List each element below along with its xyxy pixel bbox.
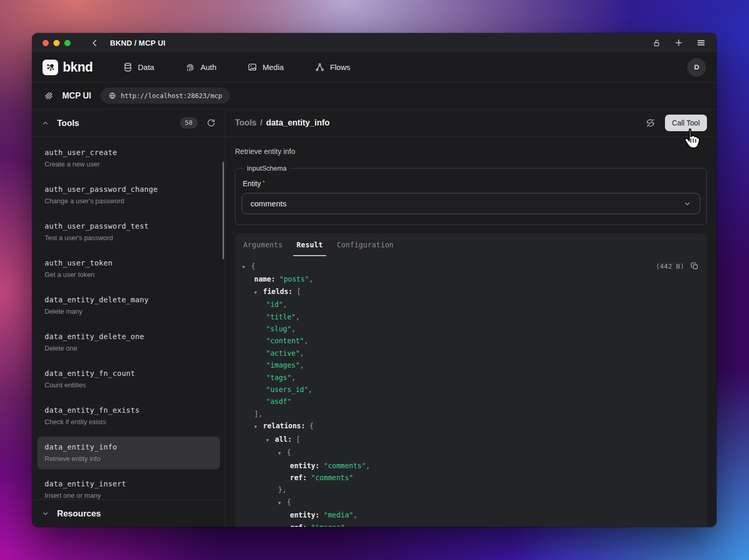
json-line: "tags", bbox=[235, 372, 707, 384]
call-tool-button[interactable]: Call Tool bbox=[665, 115, 707, 131]
menu-icon[interactable] bbox=[696, 38, 706, 48]
json-line: "title", bbox=[235, 311, 707, 323]
breadcrumb-section[interactable]: Tools bbox=[235, 118, 256, 128]
brand-logo[interactable]: bknd bbox=[43, 60, 93, 75]
entity-select[interactable]: comments bbox=[242, 193, 700, 214]
result-card: Arguments Result Configuration (442 B) bbox=[235, 233, 707, 527]
workflow-icon bbox=[315, 62, 325, 72]
json-line[interactable]: ▼{ bbox=[235, 496, 707, 509]
collapse-triangle-icon[interactable]: ▼ bbox=[278, 447, 287, 459]
collapse-triangle-icon[interactable]: ▼ bbox=[266, 435, 275, 446]
input-schema-legend: InputSchema bbox=[244, 164, 290, 172]
json-line: entity: "comments", bbox=[235, 460, 707, 472]
tool-list-item[interactable]: auth_user_password_change Change a user'… bbox=[37, 179, 220, 212]
tool-list-item[interactable]: data_entity_info Retrieve entity info bbox=[37, 437, 220, 469]
collapse-triangle-icon[interactable]: ▼ bbox=[254, 421, 263, 433]
json-result-viewer: (442 B) ▼{name: "posts",▼fields: ["id","… bbox=[235, 256, 707, 527]
result-meta: (442 B) bbox=[656, 262, 699, 270]
sidebar-scrollbar[interactable] bbox=[223, 162, 224, 259]
refresh-tools-button[interactable] bbox=[206, 118, 216, 128]
tool-name: auth_user_password_test bbox=[45, 222, 213, 230]
chevron-down-icon bbox=[41, 510, 49, 517]
tool-description: Delete one bbox=[45, 344, 213, 352]
tool-list-item[interactable]: data_entity_delete_one Delete one bbox=[37, 326, 220, 359]
json-line: ], bbox=[235, 408, 707, 420]
tool-description: Test a user's password bbox=[45, 234, 213, 242]
json-line[interactable]: ▼fields: [ bbox=[235, 286, 707, 299]
nav-item-label: Auth bbox=[200, 63, 216, 72]
close-window-button[interactable] bbox=[43, 40, 49, 46]
chevron-up-icon bbox=[41, 119, 49, 127]
nav-item-flows[interactable]: Flows bbox=[315, 62, 350, 72]
result-byte-count: (442 B) bbox=[656, 262, 684, 270]
image-icon bbox=[247, 62, 257, 72]
collapse-triangle-icon[interactable]: ▼ bbox=[254, 287, 263, 299]
collapse-triangle-icon[interactable]: ▼ bbox=[278, 497, 287, 509]
tools-count-badge: 50 bbox=[180, 117, 198, 129]
zoom-window-button[interactable] bbox=[64, 40, 71, 46]
tool-list-item[interactable]: auth_user_token Get a user token bbox=[37, 253, 220, 285]
tool-description: Check if entity exists bbox=[45, 418, 213, 426]
nav-item-auth[interactable]: Auth bbox=[185, 62, 216, 72]
tool-list-item[interactable]: data_entity_insert Insert one or many bbox=[37, 473, 220, 499]
tool-name: data_entity_insert bbox=[45, 480, 213, 488]
json-line[interactable]: ▼{ bbox=[235, 446, 707, 459]
tool-description: Create a new user bbox=[45, 160, 213, 168]
json-line: "images", bbox=[235, 359, 707, 371]
json-line: "active", bbox=[235, 347, 707, 359]
json-line[interactable]: ▼all: [ bbox=[235, 433, 707, 446]
tool-list-item[interactable]: data_entity_delete_many Delete many bbox=[37, 289, 220, 322]
auto-refresh-off-icon[interactable] bbox=[645, 118, 656, 128]
nav-item-label: Data bbox=[138, 63, 155, 72]
tool-description: Change a user's password bbox=[45, 197, 213, 205]
json-line[interactable]: ▼{ bbox=[235, 260, 707, 273]
nav-item-data[interactable]: Data bbox=[123, 62, 155, 72]
brand-name: bknd bbox=[63, 60, 93, 75]
window-title: BKND / MCP UI bbox=[110, 39, 165, 47]
user-avatar[interactable]: D bbox=[687, 58, 706, 77]
server-url: http://localhost:28623/mcp bbox=[121, 92, 223, 100]
tab[interactable]: Configuration bbox=[337, 233, 394, 256]
json-line: ref: "comments" bbox=[235, 472, 707, 484]
json-line: }, bbox=[235, 484, 707, 496]
server-url-pill[interactable]: http://localhost:28623/mcp bbox=[101, 88, 230, 104]
tool-detail-panel: Tools / data_entity_info Call Tool Retri… bbox=[226, 109, 716, 527]
chevron-left-icon bbox=[90, 38, 100, 48]
lock-open-icon[interactable] bbox=[652, 38, 661, 48]
tool-list-item[interactable]: auth_user_create Create a new user bbox=[37, 142, 220, 175]
tool-list-item[interactable]: data_entity_fn_exists Check if entity ex… bbox=[37, 400, 220, 432]
json-line: name: "posts", bbox=[235, 273, 707, 285]
tab[interactable]: Arguments bbox=[243, 233, 283, 256]
new-tab-icon[interactable] bbox=[674, 38, 684, 48]
tool-list-item[interactable]: auth_user_password_test Test a user's pa… bbox=[37, 216, 220, 248]
tools-section-header[interactable]: Tools 50 bbox=[32, 109, 225, 137]
copy-icon[interactable] bbox=[690, 262, 699, 270]
required-asterisk: * bbox=[262, 179, 265, 187]
tool-name: data_entity_fn_exists bbox=[45, 406, 213, 414]
tab[interactable]: Result bbox=[297, 233, 323, 256]
tool-list-item[interactable]: data_entity_fn_count Count entities bbox=[37, 363, 220, 396]
mcp-ui-bar: MCP UI http://localhost:28623/mcp bbox=[32, 82, 716, 109]
tool-description: Count entities bbox=[45, 381, 213, 389]
app-window: BKND / MCP UI bknd Data bbox=[32, 33, 716, 527]
resources-section-title: Resources bbox=[57, 509, 101, 519]
minimize-window-button[interactable] bbox=[53, 40, 60, 46]
page-title: MCP UI bbox=[62, 91, 91, 101]
tools-list: auth_user_create Create a new user auth_… bbox=[32, 137, 225, 499]
json-line: "users_id", bbox=[235, 384, 707, 396]
breadcrumb-current: data_entity_info bbox=[266, 118, 330, 128]
tool-name: data_entity_info bbox=[45, 443, 213, 451]
collapse-triangle-icon[interactable]: ▼ bbox=[242, 261, 251, 273]
nav-item-media[interactable]: Media bbox=[247, 62, 284, 72]
tool-name: auth_user_password_change bbox=[45, 185, 213, 193]
back-button[interactable] bbox=[90, 38, 100, 48]
breadcrumb-separator: / bbox=[260, 118, 262, 128]
tool-detail-header: Tools / data_entity_info Call Tool bbox=[226, 109, 716, 137]
tool-description: Retrieve entity info bbox=[45, 455, 213, 463]
json-line[interactable]: ▼relations: { bbox=[235, 420, 707, 433]
globe-icon bbox=[108, 92, 116, 100]
json-line: ref: "images" bbox=[235, 522, 707, 527]
tool-name: auth_user_create bbox=[45, 148, 213, 157]
tool-name: data_entity_fn_count bbox=[45, 369, 213, 377]
resources-section-header[interactable]: Resources bbox=[32, 499, 225, 527]
